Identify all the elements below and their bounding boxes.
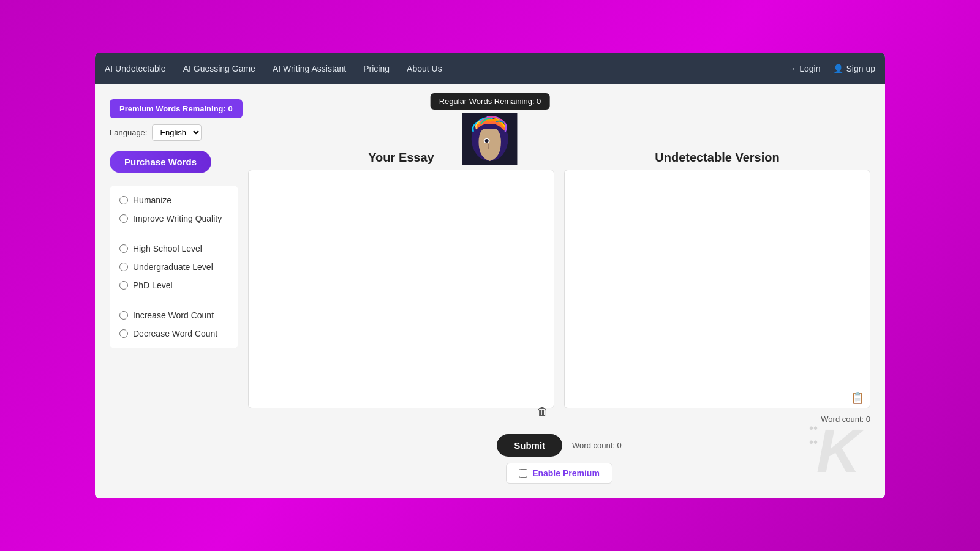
purchase-words-button[interactable]: Purchase Words (110, 151, 211, 173)
regular-words-badge: Regular Words Remaining: 0 (431, 93, 550, 110)
header-area: Premium Words Remaining: 0 Language: Eng… (110, 99, 870, 141)
enable-premium-label: Enable Premium (532, 468, 600, 478)
signup-icon: 👤 (833, 64, 843, 73)
sidebar: Purchase Words Humanize Improve Writing … (110, 151, 238, 484)
delete-icon[interactable]: 🗑 (537, 405, 548, 418)
word-count-center: Word count: 0 (572, 441, 622, 450)
your-essay-title: Your Essay (248, 151, 554, 165)
undetectable-header: Undetectable Version (564, 151, 870, 165)
option-phd[interactable]: PhD Level (119, 280, 228, 290)
login-link[interactable]: → Login (788, 64, 820, 73)
word-count-right: Word count: 0 (821, 414, 870, 424)
premium-words-badge: Premium Words Remaining: 0 (110, 99, 243, 118)
your-essay-column: Your Essay 🗑 (248, 151, 554, 424)
page-content: Premium Words Remaining: 0 Language: Eng… (95, 84, 885, 498)
undetectable-column: Undetectable Version 📋 Word count: 0 (564, 151, 870, 424)
signup-link[interactable]: 👤 Sign up (833, 64, 875, 73)
main-layout: Purchase Words Humanize Improve Writing … (110, 151, 870, 484)
essay-textarea-wrapper: 🗑 (248, 170, 554, 424)
copy-icon[interactable]: 📋 (851, 391, 864, 405)
language-row: Language: English (110, 124, 243, 141)
language-select[interactable]: English (152, 124, 202, 141)
top-left-controls: Premium Words Remaining: 0 Language: Eng… (110, 99, 243, 141)
navbar-left: AI Undetectable AI Guessing Game AI Writ… (105, 64, 442, 73)
radio-phd[interactable] (119, 281, 128, 290)
enable-premium-checkbox[interactable] (519, 469, 527, 478)
radio-improve-writing[interactable] (119, 214, 128, 223)
radio-undergraduate[interactable] (119, 263, 128, 271)
option-high-school[interactable]: High School Level (119, 244, 228, 253)
enable-premium-row: Enable Premium (506, 463, 612, 484)
radio-high-school[interactable] (119, 244, 128, 253)
navbar: AI Undetectable AI Guessing Game AI Writ… (95, 53, 885, 84)
your-essay-header: Your Essay (248, 151, 554, 165)
svg-point-3 (485, 139, 489, 143)
columns-row: Your Essay 🗑 Undetectable Version (248, 151, 870, 424)
nav-ai-undetectable[interactable]: AI Undetectable (105, 64, 166, 73)
option-decrease-word-count[interactable]: Decrease Word Count (119, 329, 228, 339)
undetectable-title: Undetectable Version (564, 151, 870, 165)
essay-textarea[interactable] (248, 170, 554, 408)
login-icon: → (788, 64, 796, 73)
option-undergraduate[interactable]: Undergraduate Level (119, 262, 228, 272)
radio-humanize[interactable] (119, 196, 128, 204)
submit-button[interactable]: Submit (497, 434, 562, 457)
undetectable-textarea-wrapper: 📋 (564, 170, 870, 411)
nav-pricing[interactable]: Pricing (363, 64, 390, 73)
navbar-right: → Login 👤 Sign up (788, 64, 875, 73)
nav-ai-writing-assistant[interactable]: AI Writing Assistant (273, 64, 346, 73)
nav-ai-guessing-game[interactable]: AI Guessing Game (183, 64, 255, 73)
nav-about-us[interactable]: About Us (407, 64, 442, 73)
content-area: Your Essay 🗑 Undetectable Version (248, 151, 870, 484)
option-improve-writing[interactable]: Improve Writing Quality (119, 214, 228, 223)
main-container: AI Undetectable AI Guessing Game AI Writ… (95, 53, 885, 498)
language-label: Language: (110, 128, 147, 137)
option-increase-word-count[interactable]: Increase Word Count (119, 310, 228, 320)
undetectable-textarea[interactable] (564, 170, 870, 408)
options-box: Humanize Improve Writing Quality High Sc… (110, 186, 238, 348)
option-humanize[interactable]: Humanize (119, 195, 228, 205)
radio-increase-word[interactable] (119, 311, 128, 320)
submit-row: Submit Word count: 0 (248, 434, 870, 457)
radio-decrease-word[interactable] (119, 329, 128, 338)
